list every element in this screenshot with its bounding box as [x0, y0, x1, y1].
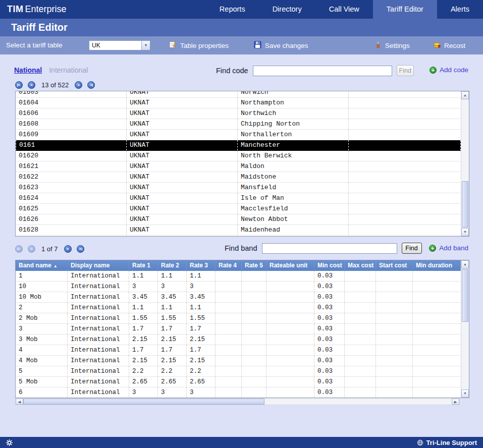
- band-column-header[interactable]: Rateable unit: [266, 260, 314, 271]
- band-cell: [242, 313, 266, 323]
- bands-scroll-thumb[interactable]: [462, 269, 468, 322]
- find-code-label: Find code: [216, 67, 248, 75]
- codes-scroll-thumb[interactable]: [462, 181, 468, 228]
- code-row[interactable]: 01606UKNATNorthwich: [16, 108, 461, 119]
- band-cell: [266, 313, 314, 323]
- band-column-header[interactable]: Rate 3: [187, 260, 216, 271]
- band-cell: 2.15: [187, 356, 216, 366]
- band-column-header[interactable]: Max cost: [345, 260, 376, 271]
- scroll-down-arrow[interactable]: ▼: [461, 389, 469, 398]
- band-row[interactable]: 2 MobInternational1.551.551.550.03: [16, 313, 461, 324]
- bands-horizontal-scrollbar[interactable]: ◀ ▶: [15, 398, 460, 405]
- band-column-header[interactable]: Min cost: [314, 260, 345, 271]
- code-row[interactable]: 01623UKNATMansfield: [16, 183, 461, 193]
- band-row[interactable]: 5International2.22.22.20.03: [16, 366, 461, 377]
- code-row[interactable]: 01628UKNATMaidenhead: [16, 225, 461, 236]
- band-row[interactable]: 3 MobInternational2.152.152.150.03: [16, 334, 461, 345]
- band-cell: 1.55: [158, 313, 187, 323]
- nav-alerts[interactable]: Alerts: [437, 0, 483, 19]
- band-cell: [376, 292, 413, 302]
- add-plus-icon[interactable]: +: [429, 245, 436, 252]
- tab-national[interactable]: National: [14, 66, 42, 74]
- first-page-button[interactable]: «: [15, 81, 23, 89]
- scroll-up-arrow[interactable]: ▲: [461, 91, 469, 99]
- next-page-button[interactable]: »: [64, 245, 72, 253]
- add-code-link[interactable]: Add code: [440, 66, 468, 74]
- nav-directory[interactable]: Directory: [259, 0, 315, 19]
- support-link[interactable]: Tri-Line Support: [417, 439, 477, 446]
- scroll-up-arrow[interactable]: ▲: [461, 260, 469, 268]
- save-changes-button[interactable]: Save changes: [254, 36, 308, 54]
- next-page-button[interactable]: »: [75, 81, 82, 89]
- band-column-header[interactable]: Rate 4: [216, 260, 242, 271]
- group-cell: UKNAT: [127, 119, 238, 129]
- band-row[interactable]: 4 MobInternational2.152.152.150.03: [16, 356, 461, 366]
- bands-vertical-scrollbar[interactable]: ▲ ▼: [461, 260, 469, 398]
- code-cell: 01621: [16, 161, 127, 172]
- horizontal-scroll-thumb[interactable]: [23, 399, 264, 405]
- code-row-selected[interactable]: 0161UKNATManchester: [16, 140, 461, 151]
- code-row[interactable]: 01608UKNATChipping Norton: [16, 119, 461, 130]
- find-band-button[interactable]: Find: [402, 243, 422, 254]
- code-row[interactable]: 01620UKNATNorth Berwick: [16, 151, 461, 161]
- band-cell: [266, 324, 314, 334]
- band-row[interactable]: 10 MobInternational3.453.453.450.03: [16, 292, 461, 303]
- band-row[interactable]: 2International1.11.11.10.03: [16, 303, 461, 313]
- band-cell: 2.15: [158, 334, 187, 345]
- code-row[interactable]: 01604UKNATNorthampton: [16, 98, 461, 108]
- last-page-button[interactable]: »: [87, 81, 95, 89]
- scroll-right-arrow[interactable]: ▶: [452, 399, 459, 405]
- code-row[interactable]: 01609UKNATNorthallerton: [16, 130, 461, 140]
- nav-call-view[interactable]: Call View: [315, 0, 373, 19]
- band-column-header[interactable]: Start cost: [376, 260, 413, 271]
- table-properties-button[interactable]: Table properties: [169, 36, 229, 54]
- band-row[interactable]: 4International1.71.71.70.03: [16, 345, 461, 356]
- settings-gear-icon[interactable]: [6, 439, 13, 446]
- codes-vertical-scrollbar[interactable]: ▲ ▼: [461, 91, 469, 236]
- codes-page-position: 13 of 522: [40, 81, 70, 89]
- scroll-left-arrow[interactable]: ◀: [16, 399, 23, 405]
- band-cell: [376, 377, 413, 387]
- band-cell: 10 Mob: [16, 292, 68, 302]
- band-column-header[interactable]: Rate 5: [242, 260, 266, 271]
- band-cell: [376, 271, 413, 281]
- band-column-header[interactable]: Rate 1: [129, 260, 158, 271]
- band-row[interactable]: 3International1.71.71.70.03: [16, 324, 461, 334]
- codes-table-body: 01603UKNATNorwich01604UKNATNorthampton01…: [16, 91, 461, 236]
- band-column-header[interactable]: Min duration: [413, 260, 461, 271]
- find-code-input[interactable]: [253, 66, 392, 76]
- band-cell: 5 Mob: [16, 377, 68, 387]
- find-band-input[interactable]: [262, 243, 397, 254]
- previous-page-button[interactable]: «: [28, 81, 35, 89]
- band-row[interactable]: 6International3330.03: [16, 387, 461, 398]
- tariff-table-select[interactable]: UK ▼: [89, 40, 150, 50]
- band-row[interactable]: 1International1.11.11.10.03: [16, 271, 461, 282]
- nav-tariff-editor[interactable]: Tariff Editor: [373, 0, 437, 19]
- band-column-header[interactable]: Display name: [68, 260, 129, 271]
- band-cell: [242, 345, 266, 355]
- code-cell: 01622: [16, 172, 127, 182]
- band-cell: [376, 345, 413, 355]
- scroll-down-arrow[interactable]: ▼: [461, 228, 469, 236]
- last-page-button[interactable]: »: [77, 245, 84, 253]
- code-row[interactable]: 01603UKNATNorwich: [16, 91, 461, 98]
- code-row[interactable]: 01624UKNATIsle of Man: [16, 193, 461, 204]
- band-row[interactable]: 5 MobInternational2.652.652.650.03: [16, 377, 461, 387]
- code-row[interactable]: 01622UKNATMaidstone: [16, 172, 461, 183]
- code-row[interactable]: 01621UKNATMaldon: [16, 161, 461, 172]
- recost-button[interactable]: Recost: [433, 36, 465, 54]
- add-band-link[interactable]: Add band: [439, 244, 468, 252]
- band-column-header[interactable]: Rate 2: [158, 260, 187, 271]
- band-cell: [242, 387, 266, 398]
- band-cell: International: [68, 366, 129, 376]
- find-code-button[interactable]: Find: [397, 65, 414, 76]
- add-plus-icon[interactable]: +: [430, 67, 437, 74]
- band-row[interactable]: 10International3330.03: [16, 282, 461, 292]
- band-column-header[interactable]: Band name▲: [16, 260, 68, 271]
- code-row[interactable]: 01626UKNATNewton Abbot: [16, 214, 461, 225]
- title-bar: Tariff Editor: [0, 19, 483, 36]
- settings-button[interactable]: Settings: [374, 36, 410, 54]
- tab-international[interactable]: International: [49, 66, 88, 74]
- code-row[interactable]: 01625UKNATMacclesfield: [16, 204, 461, 214]
- nav-reports[interactable]: Reports: [206, 0, 259, 19]
